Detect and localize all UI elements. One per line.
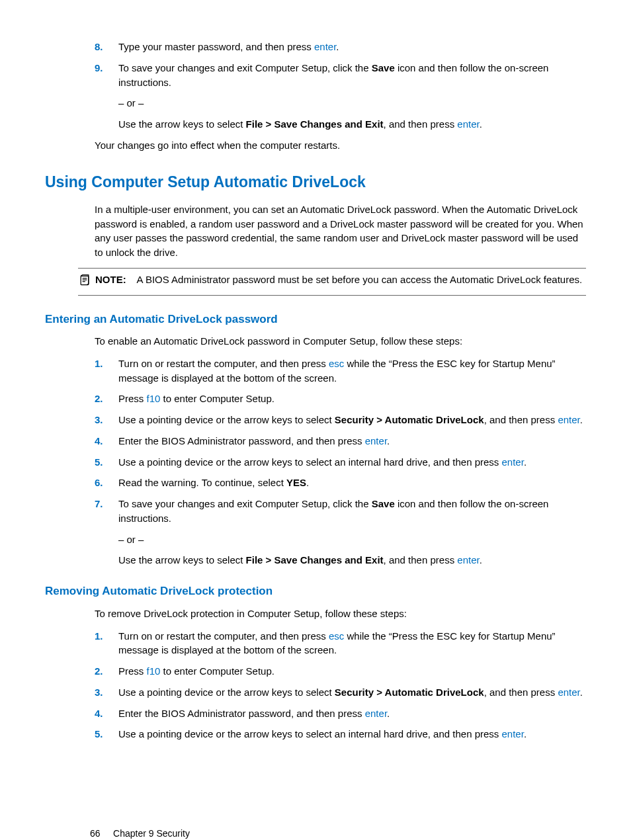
top-after-para: Your changes go into effect when the com… — [95, 138, 586, 153]
step-number: 4. — [95, 434, 118, 448]
step-body: Press f10 to enter Computer Setup. — [118, 664, 586, 679]
note-label: NOTE: — [95, 274, 126, 285]
note-body: A BIOS Administrator password must be se… — [137, 274, 583, 285]
step-body: Turn on or restart the computer, and the… — [118, 629, 586, 658]
step-body: Enter the BIOS Administrator password, a… — [118, 434, 586, 448]
step-number: 5. — [95, 727, 118, 741]
step-number: 3. — [95, 685, 118, 700]
step-number: 9. — [95, 61, 118, 132]
step-number: 2. — [95, 664, 118, 679]
step-item: 4.Enter the BIOS Administrator password,… — [95, 434, 586, 448]
step-sub: Use the arrow keys to select File > Save… — [118, 117, 586, 132]
step-number: 5. — [95, 455, 118, 470]
page-footer: 66 Chapter 9 Security — [90, 827, 190, 840]
step-number: 6. — [95, 476, 118, 490]
step-item: 4.Enter the BIOS Administrator password,… — [95, 706, 586, 721]
step-sub: – or – — [118, 96, 586, 110]
step-number: 4. — [95, 706, 118, 721]
step-body: Enter the BIOS Administrator password, a… — [118, 706, 586, 721]
subsection-heading-a: Entering an Automatic DriveLock password — [45, 312, 586, 328]
note-text: NOTE: A BIOS Administrator password must… — [95, 273, 586, 287]
step-item: 1.Turn on or restart the computer, and t… — [95, 357, 586, 386]
chapter-label: Chapter 9 Security — [113, 828, 190, 839]
step-item: 6.Read the warning. To continue, select … — [95, 476, 586, 490]
step-number: 2. — [95, 392, 118, 406]
step-number: 1. — [95, 629, 118, 658]
step-body: Use a pointing device or the arrow keys … — [118, 455, 586, 470]
step-body: Type your master password, and then pres… — [118, 40, 586, 54]
step-body: Use a pointing device or the arrow keys … — [118, 727, 586, 741]
note-icon — [78, 273, 93, 291]
step-body: Turn on or restart the computer, and the… — [118, 357, 586, 386]
step-body: To save your changes and exit Computer S… — [118, 497, 586, 567]
page-number: 66 — [90, 828, 101, 839]
step-number: 1. — [95, 357, 118, 386]
steps-a-list: 1.Turn on or restart the computer, and t… — [95, 357, 586, 567]
step-item: 7.To save your changes and exit Computer… — [95, 497, 586, 567]
step-item: 5.Use a pointing device or the arrow key… — [95, 455, 586, 470]
step-body: Use a pointing device or the arrow keys … — [118, 413, 586, 427]
section-heading: Using Computer Setup Automatic DriveLock — [45, 171, 586, 193]
step-number: 8. — [95, 40, 118, 54]
step-number: 7. — [95, 497, 118, 567]
intro-para: In a multiple-user environment, you can … — [95, 202, 586, 260]
step-item: 2.Press f10 to enter Computer Setup. — [95, 392, 586, 406]
step-body: To save your changes and exit Computer S… — [118, 61, 586, 132]
step-body: Read the warning. To continue, select YE… — [118, 476, 586, 490]
step-item: 9.To save your changes and exit Computer… — [95, 61, 586, 132]
step-sub: Use the arrow keys to select File > Save… — [118, 553, 586, 567]
note-box: NOTE: A BIOS Administrator password must… — [78, 268, 586, 296]
svg-rect-0 — [81, 276, 89, 284]
step-item: 8.Type your master password, and then pr… — [95, 40, 586, 54]
step-item: 3.Use a pointing device or the arrow key… — [95, 685, 586, 700]
para-a: To enable an Automatic DriveLock passwor… — [95, 334, 586, 349]
step-item: 2.Press f10 to enter Computer Setup. — [95, 664, 586, 679]
steps-b-list: 1.Turn on or restart the computer, and t… — [95, 629, 586, 742]
step-body: Press f10 to enter Computer Setup. — [118, 392, 586, 406]
subsection-heading-b: Removing Automatic DriveLock protection — [45, 583, 586, 600]
step-item: 1.Turn on or restart the computer, and t… — [95, 629, 586, 658]
top-step-list: 8.Type your master password, and then pr… — [95, 40, 586, 132]
para-b: To remove DriveLock protection in Comput… — [95, 607, 586, 621]
step-item: 5.Use a pointing device or the arrow key… — [95, 727, 586, 741]
step-item: 3.Use a pointing device or the arrow key… — [95, 413, 586, 427]
step-body: Use a pointing device or the arrow keys … — [118, 685, 586, 700]
step-number: 3. — [95, 413, 118, 427]
step-sub: – or – — [118, 532, 586, 547]
